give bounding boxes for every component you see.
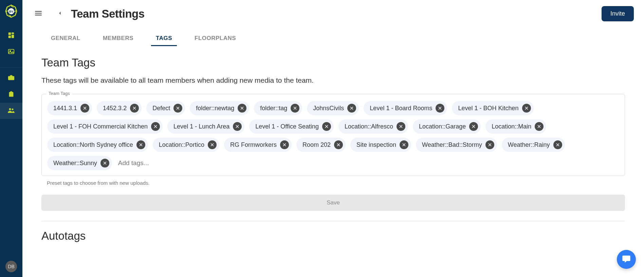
tag-chip-label: Weather::Bad::Stormy	[422, 141, 482, 149]
nav-projects[interactable]	[0, 70, 22, 86]
tag-chip: Weather::Sunny	[47, 156, 112, 170]
tag-chip-label: Site inspection	[356, 141, 396, 149]
helper-text: Preset tags to choose from with new uplo…	[47, 180, 625, 186]
chat-icon	[622, 254, 631, 265]
svg-rect-3	[12, 33, 14, 34]
tab-floorplans[interactable]: FLOORPLANS	[190, 32, 241, 46]
topbar: Team Settings Invite	[22, 0, 644, 25]
tag-chip: folder::newtag	[190, 101, 249, 115]
people-icon	[7, 106, 15, 116]
nav-group-primary	[0, 28, 22, 60]
briefcase-icon	[7, 74, 15, 83]
tag-chip-label: Level 1 - Office Seating	[255, 123, 319, 130]
svg-point-8	[9, 108, 11, 110]
tag-chip: Location::Portico	[153, 138, 219, 152]
dashboard-icon	[7, 32, 15, 40]
content-area: Team Tags These tags will be available t…	[22, 46, 644, 255]
tag-chip: Room 202	[296, 138, 346, 152]
back-button[interactable]	[54, 8, 66, 20]
sidebar: BV	[0, 0, 22, 277]
tag-chip: Level 1 - Office Seating	[249, 119, 334, 134]
tag-chip-label: Level 1 - BOH Kitchen	[458, 105, 518, 112]
tabs: GENERAL MEMBERS TAGS FLOORPLANS	[22, 25, 644, 46]
close-icon[interactable]	[397, 122, 405, 131]
tab-members[interactable]: MEMBERS	[98, 32, 138, 46]
tag-chip-label: Level 1 - FOH Commercial Kitchen	[53, 123, 148, 130]
add-tags-input[interactable]	[117, 157, 200, 170]
app-logo[interactable]: BV	[4, 4, 18, 18]
user-avatar[interactable]: DB	[5, 261, 17, 272]
page-title: Team Settings	[71, 7, 145, 20]
close-icon[interactable]	[291, 104, 299, 113]
close-icon[interactable]	[173, 104, 182, 113]
svg-rect-2	[8, 33, 11, 35]
close-icon[interactable]	[347, 104, 356, 113]
close-icon[interactable]	[280, 140, 289, 149]
close-icon[interactable]	[100, 159, 109, 167]
tag-chip-label: Location::Portico	[159, 141, 204, 149]
close-icon[interactable]	[130, 104, 139, 113]
close-icon[interactable]	[233, 122, 242, 131]
tag-chip: JohnsCivils	[307, 101, 359, 115]
close-icon[interactable]	[469, 122, 478, 131]
nav-dashboard[interactable]	[0, 28, 22, 44]
tag-chip-label: Location::North Sydney office	[53, 141, 133, 149]
save-button[interactable]: Save	[41, 195, 625, 211]
tag-chip-label: folder::newtag	[196, 105, 234, 112]
close-icon[interactable]	[151, 122, 160, 131]
tag-chip-label: Location::Garage	[419, 123, 466, 130]
close-icon[interactable]	[238, 104, 246, 113]
close-icon[interactable]	[80, 104, 89, 113]
tag-chip-label: Level 1 - Board Rooms	[370, 105, 432, 112]
nav-team[interactable]	[0, 103, 22, 119]
svg-rect-4	[12, 35, 14, 38]
close-icon[interactable]	[136, 140, 145, 149]
close-icon[interactable]	[400, 140, 408, 149]
chat-fab[interactable]	[617, 250, 636, 269]
tag-chip: Location::Main	[485, 119, 546, 134]
tag-chip: Level 1 - Lunch Area	[167, 119, 244, 134]
avatar-initials: DB	[8, 264, 14, 269]
close-icon[interactable]	[485, 140, 494, 149]
tag-chip: Level 1 - Board Rooms	[364, 101, 447, 115]
invite-button[interactable]: Invite	[602, 6, 634, 21]
tag-chip-label: 1441.3.1	[53, 105, 77, 112]
fieldset-legend: Team Tags	[47, 91, 72, 96]
tag-chip: Level 1 - BOH Kitchen	[452, 101, 533, 115]
tag-chip-label: Weather::Rainy	[508, 141, 550, 149]
autotags-title: Autotags	[41, 230, 625, 242]
nav-media[interactable]	[0, 44, 22, 60]
tag-chip-label: Weather::Sunny	[53, 160, 97, 167]
close-icon[interactable]	[208, 140, 217, 149]
chevron-left-icon	[58, 11, 62, 17]
tag-chip: Weather::Rainy	[502, 138, 565, 152]
tag-chip: Weather::Bad::Stormy	[416, 138, 497, 152]
nav-organizations[interactable]	[0, 86, 22, 103]
tag-chip: RG Formworkers	[224, 138, 292, 152]
tag-chip-label: Location::Alfresco	[345, 123, 393, 130]
divider	[41, 221, 625, 221]
close-icon[interactable]	[322, 122, 331, 131]
close-icon[interactable]	[535, 122, 544, 131]
building-icon	[7, 90, 15, 99]
close-icon[interactable]	[553, 140, 562, 149]
tag-chip: Defect	[146, 101, 185, 115]
tab-general[interactable]: GENERAL	[46, 32, 85, 46]
svg-rect-5	[8, 36, 11, 38]
close-icon[interactable]	[334, 140, 343, 149]
tag-chip-label: Defect	[152, 105, 170, 112]
tag-chip-label: JohnsCivils	[313, 105, 344, 112]
svg-point-9	[12, 108, 14, 110]
tag-chip-label: 1452.3.2	[103, 105, 127, 112]
hamburger-icon	[34, 9, 43, 19]
tag-chip: Level 1 - FOH Commercial Kitchen	[47, 119, 163, 134]
tag-chip-label: Level 1 - Lunch Area	[173, 123, 229, 130]
tag-chip: 1441.3.1	[47, 101, 92, 115]
close-icon[interactable]	[522, 104, 531, 113]
tag-chip-label: Location::Main	[492, 123, 531, 130]
close-icon[interactable]	[436, 104, 444, 113]
svg-text:BV: BV	[9, 10, 14, 13]
tab-tags[interactable]: TAGS	[151, 32, 177, 46]
menu-button[interactable]	[33, 8, 44, 20]
tag-chip-label: Room 202	[302, 141, 331, 149]
